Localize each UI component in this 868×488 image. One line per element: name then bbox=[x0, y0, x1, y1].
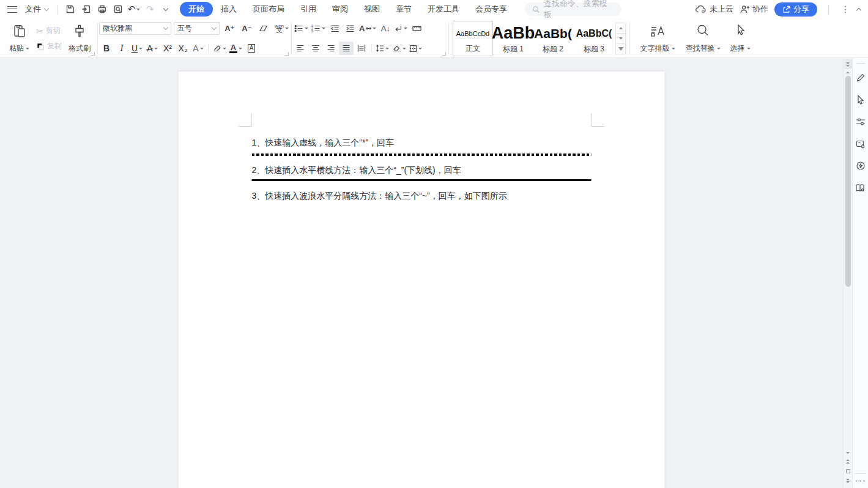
distribute-button[interactable] bbox=[354, 42, 369, 55]
tab-developer[interactable]: 开发工具 bbox=[420, 1, 467, 17]
print-button[interactable] bbox=[94, 2, 110, 17]
cloud-status-button[interactable]: 未上云 bbox=[696, 4, 733, 15]
undo-dropdown-caret[interactable] bbox=[136, 9, 140, 10]
scale-arrows-icon bbox=[366, 26, 371, 31]
tab-section[interactable]: 章节 bbox=[388, 1, 420, 17]
copy-button[interactable]: 复制 bbox=[34, 40, 64, 53]
paste-button[interactable]: 粘贴 bbox=[6, 21, 32, 56]
scroll-down-arrow[interactable] bbox=[846, 452, 850, 454]
character-border-button[interactable]: A bbox=[244, 42, 259, 55]
tab-page-layout[interactable]: 页面布局 bbox=[245, 1, 292, 17]
customize-quick-access-button[interactable] bbox=[158, 2, 174, 17]
numbered-list-button[interactable]: 123 bbox=[310, 21, 327, 35]
select-button[interactable]: 选择 bbox=[724, 21, 756, 56]
highlight-color-button[interactable] bbox=[211, 42, 228, 55]
tab-insert[interactable]: 插入 bbox=[213, 1, 245, 17]
styles-scroll-up-button[interactable] bbox=[616, 23, 625, 33]
styles-scroll-down-button[interactable] bbox=[616, 33, 625, 43]
align-justify-button[interactable] bbox=[339, 42, 354, 55]
scrollbar-thumb[interactable] bbox=[845, 76, 851, 287]
show-marks-button[interactable] bbox=[393, 21, 409, 35]
document-canvas[interactable]: 1、快速输入虚线，输入三个“*”，回车 2、快速插入水平横线方法：输入三个“_”… bbox=[0, 58, 843, 488]
increase-indent-button[interactable] bbox=[343, 21, 357, 35]
tab-view[interactable]: 视图 bbox=[356, 1, 388, 17]
print-preview-button[interactable] bbox=[110, 2, 126, 17]
redo-button[interactable]: ↷ bbox=[142, 2, 158, 17]
subscript-button[interactable]: X₂ bbox=[176, 42, 190, 55]
bulb-lightning-icon[interactable] bbox=[853, 157, 868, 175]
line-spacing-button[interactable] bbox=[374, 42, 390, 55]
vertical-scrollbar[interactable] bbox=[843, 58, 852, 488]
export-pdf-button[interactable] bbox=[78, 2, 94, 17]
font-size-select[interactable]: 五号 bbox=[174, 22, 220, 35]
borders-button[interactable] bbox=[408, 42, 423, 55]
text-effects-button[interactable]: A bbox=[191, 42, 206, 55]
collaborate-button[interactable]: 协作 bbox=[740, 4, 768, 15]
phonetic-guide-button[interactable]: wén文 bbox=[273, 21, 290, 35]
select-arrow-icon[interactable] bbox=[853, 91, 868, 109]
document-page[interactable]: 1、快速输入虚线，输入三个“*”，回车 2、快速插入水平横线方法：输入三个“_”… bbox=[179, 72, 665, 488]
settings-sliders-icon[interactable] bbox=[853, 113, 868, 131]
style-heading2[interactable]: AaBb( 标题 2 bbox=[533, 21, 573, 56]
strikethrough-button[interactable]: A bbox=[145, 42, 160, 55]
bullet-list-button[interactable] bbox=[293, 21, 310, 35]
italic-button[interactable]: I bbox=[114, 42, 129, 55]
hamburger-menu-icon[interactable] bbox=[7, 6, 17, 13]
doc-line-1: 1、快速输入虚线，输入三个“*”，回车 bbox=[252, 138, 592, 148]
edit-pen-icon[interactable] bbox=[853, 68, 868, 87]
character-width-button[interactable] bbox=[409, 21, 424, 35]
style-heading1[interactable]: AaBb 标题 1 bbox=[493, 21, 533, 56]
tab-member[interactable]: 会员专享 bbox=[467, 1, 515, 17]
align-center-button[interactable] bbox=[308, 42, 323, 55]
book-icon[interactable] bbox=[853, 179, 868, 197]
share-button[interactable]: 分享 bbox=[774, 2, 817, 17]
sidebar-more-button[interactable] bbox=[856, 480, 866, 482]
find-replace-button[interactable]: 查找替换 bbox=[681, 21, 724, 56]
paragraph-dialog-launcher[interactable] bbox=[442, 52, 446, 56]
decrease-indent-button[interactable] bbox=[327, 21, 342, 35]
format-painter-button[interactable]: 格式刷 bbox=[65, 21, 94, 56]
style-normal[interactable]: AaBbCcDd 正文 bbox=[453, 21, 493, 56]
style-heading3[interactable]: AaBbC( 标题 3 bbox=[573, 21, 615, 56]
styles-more-button[interactable] bbox=[616, 43, 625, 54]
collapse-ribbon-button[interactable] bbox=[856, 7, 861, 12]
decrease-indent-icon bbox=[330, 24, 339, 32]
previous-page-button[interactable] bbox=[846, 459, 850, 464]
tab-home[interactable]: 开始 bbox=[180, 2, 213, 17]
shading-button[interactable] bbox=[391, 42, 407, 55]
tab-review[interactable]: 审阅 bbox=[324, 1, 356, 17]
increase-font-button[interactable]: A⁺ bbox=[222, 21, 237, 35]
superscript-button[interactable]: X² bbox=[160, 42, 175, 55]
scroll-up-arrow[interactable] bbox=[846, 72, 850, 73]
paste-label: 粘贴 bbox=[9, 43, 24, 54]
style-heading3-label: 标题 3 bbox=[584, 44, 604, 54]
cut-copy-stack: ✂ 剪切 复制 bbox=[32, 21, 65, 56]
cut-button[interactable]: ✂ 剪切 bbox=[34, 24, 64, 37]
scrollbar-top-button[interactable] bbox=[844, 59, 852, 69]
bold-button[interactable]: B bbox=[99, 42, 114, 55]
select-browse-object-button[interactable] bbox=[846, 469, 850, 473]
file-menu-button[interactable]: 文件 bbox=[21, 1, 52, 17]
ribbon-tabs: 开始 插入 页面布局 引用 审阅 视图 章节 开发工具 会员专享 bbox=[180, 1, 515, 17]
next-page-button[interactable] bbox=[846, 479, 850, 483]
font-name-select[interactable]: 微软雅黑 bbox=[99, 22, 171, 35]
font-dialog-launcher[interactable] bbox=[285, 52, 289, 56]
align-right-button[interactable] bbox=[324, 42, 338, 55]
sort-button[interactable]: A↓ bbox=[378, 21, 393, 35]
underline-button[interactable]: U bbox=[130, 42, 144, 55]
clipboard-dialog-launcher[interactable] bbox=[91, 52, 95, 56]
more-options-button[interactable]: ⋮ bbox=[840, 4, 851, 14]
text-scale-button[interactable]: A bbox=[358, 21, 377, 35]
align-left-button[interactable] bbox=[293, 42, 308, 55]
text-layout-button[interactable]: 文字排版 bbox=[634, 21, 681, 56]
doc-line-3: 3、快速插入波浪水平分隔线方法：输入三个“~”，回车，如下图所示 bbox=[252, 191, 592, 201]
tab-references[interactable]: 引用 bbox=[292, 1, 324, 17]
undo-button[interactable]: ↶ bbox=[126, 2, 142, 17]
topbar-right-cluster: 未上云 协作 分享 ⋮ bbox=[696, 2, 863, 17]
decrease-font-button[interactable]: A⁻ bbox=[239, 21, 254, 35]
font-color-button[interactable]: A bbox=[228, 42, 243, 55]
hot-panel-icon[interactable] bbox=[853, 135, 868, 153]
command-search-input[interactable]: 查找命令、搜索模板 bbox=[525, 2, 621, 16]
clear-format-button[interactable] bbox=[256, 21, 271, 35]
save-button[interactable] bbox=[62, 2, 78, 17]
